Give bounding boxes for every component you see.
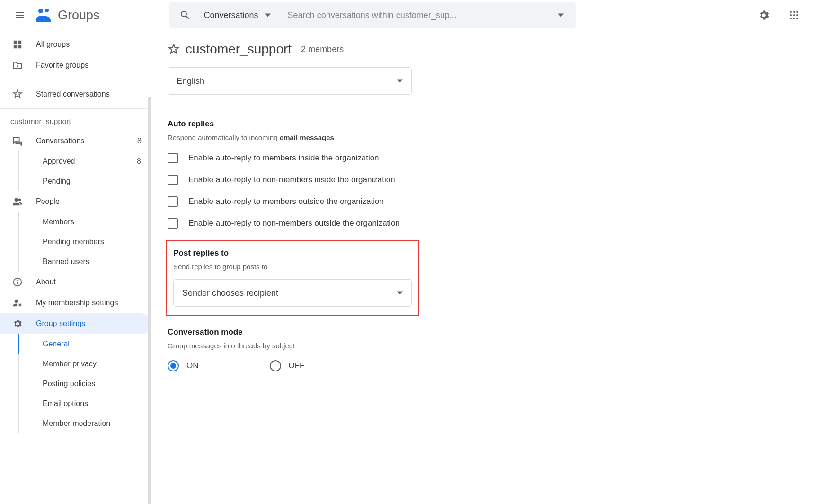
groups-logo-icon (34, 6, 53, 25)
sidebar-label: People (36, 197, 151, 206)
auto-reply-option-row[interactable]: Enable auto-reply to non-members inside … (168, 175, 795, 185)
sidebar-label: Member moderation (43, 419, 151, 428)
sidebar: All groups Favorite groups Starred conve… (0, 30, 151, 504)
auto-reply-option-row[interactable]: Enable auto-reply to non-members outside… (168, 218, 795, 229)
svg-point-15 (17, 280, 18, 281)
sidebar-label: About (36, 278, 151, 286)
sidebar-item-pending[interactable]: Pending (0, 171, 151, 191)
post-replies-select-value: Sender chooses recipient (182, 288, 278, 298)
svg-point-2 (790, 11, 792, 13)
conversation-mode-off-radio[interactable]: OFF (270, 360, 305, 371)
sidebar-label: Posting policies (43, 380, 151, 388)
search-bar[interactable]: Conversations (169, 2, 576, 28)
post-replies-subtitle: Send replies to group posts to (173, 263, 412, 271)
main-content: customer_support 2 members English Auto … (151, 30, 814, 504)
sidebar-item-conversations[interactable]: Conversations 8 (0, 131, 151, 151)
info-icon (12, 277, 36, 287)
conversation-mode-on-radio[interactable]: ON (168, 360, 199, 371)
radio-label: ON (186, 361, 199, 371)
sidebar-label: Pending (43, 177, 151, 186)
sidebar-item-posting-policies[interactable]: Posting policies (0, 374, 151, 394)
sidebar-item-people[interactable]: People (0, 191, 151, 212)
svg-point-9 (793, 18, 795, 19)
app-logo[interactable]: Groups (34, 6, 100, 25)
sidebar-item-all-groups[interactable]: All groups (0, 34, 151, 55)
divider (0, 108, 151, 109)
apps-button[interactable] (783, 4, 805, 27)
checkbox-label: Enable auto-reply to members inside the … (188, 153, 379, 163)
svg-point-8 (790, 18, 792, 19)
svg-point-0 (38, 9, 43, 13)
search-options-dropdown[interactable] (551, 12, 570, 18)
people-icon (12, 196, 36, 207)
gear-icon (12, 318, 36, 329)
svg-point-10 (796, 18, 798, 19)
chevron-down-icon (397, 290, 403, 296)
sidebar-group-name: customer_support (0, 113, 151, 131)
svg-point-6 (793, 14, 795, 16)
star-group-button[interactable] (168, 43, 180, 55)
checkbox-label: Enable auto-reply to non-members outside… (188, 219, 400, 228)
sidebar-item-pending-members[interactable]: Pending members (0, 232, 151, 252)
sidebar-label: Favorite groups (36, 61, 151, 70)
sidebar-item-members[interactable]: Members (0, 212, 151, 232)
language-select[interactable]: English (168, 67, 412, 95)
divider (0, 80, 151, 80)
post-replies-select[interactable]: Sender chooses recipient (173, 279, 412, 307)
sidebar-label: Approved (43, 157, 137, 166)
conversation-mode-title: Conversation mode (168, 327, 795, 337)
sidebar-item-general[interactable]: General (0, 334, 151, 354)
sidebar-item-favorite-groups[interactable]: Favorite groups (0, 55, 151, 76)
svg-point-11 (15, 198, 18, 202)
sidebar-label: All groups (36, 40, 151, 49)
sidebar-item-member-moderation[interactable]: Member moderation (0, 414, 151, 433)
sidebar-item-approved[interactable]: Approved 8 (0, 151, 151, 171)
radio-button[interactable] (168, 360, 179, 371)
svg-point-4 (796, 11, 798, 13)
person-gear-icon (12, 298, 36, 308)
checkbox[interactable] (168, 153, 178, 163)
sidebar-scrollbar[interactable] (148, 97, 151, 504)
sidebar-item-banned-users[interactable]: Banned users (0, 252, 151, 272)
checkbox-label: Enable auto-reply to non-members inside … (188, 175, 395, 185)
search-input[interactable] (279, 10, 551, 20)
sidebar-label: Starred conversations (36, 90, 151, 98)
checkbox[interactable] (168, 218, 178, 229)
app-name: Groups (58, 8, 100, 23)
svg-point-5 (790, 14, 792, 16)
sidebar-label: Email options (43, 399, 151, 408)
post-replies-title: Post replies to (173, 248, 412, 258)
svg-point-1 (45, 9, 49, 12)
auto-replies-title: Auto replies (168, 119, 795, 129)
chevron-down-icon (397, 78, 403, 84)
search-icon[interactable] (175, 9, 195, 21)
checkbox[interactable] (168, 196, 178, 207)
members-count: 2 members (301, 44, 344, 54)
sidebar-item-member-privacy[interactable]: Member privacy (0, 354, 151, 374)
sidebar-label: Members (43, 218, 151, 226)
gear-icon (758, 9, 770, 21)
sidebar-label: Conversations (36, 137, 137, 145)
sidebar-item-group-settings[interactable]: Group settings (0, 313, 151, 334)
language-select-value: English (177, 76, 204, 86)
search-scope-dropdown[interactable]: Conversations (195, 10, 279, 20)
sidebar-item-about[interactable]: About (0, 272, 151, 292)
sidebar-label: Banned users (43, 257, 151, 266)
auto-reply-option-row[interactable]: Enable auto-reply to members inside the … (168, 153, 795, 163)
chevron-down-icon (265, 12, 271, 18)
sidebar-item-email-options[interactable]: Email options (0, 394, 151, 414)
auto-reply-option-row[interactable]: Enable auto-reply to members outside the… (168, 196, 795, 207)
main-menu-button[interactable] (9, 4, 31, 27)
sidebar-label: My membership settings (36, 299, 151, 307)
checkbox[interactable] (168, 175, 178, 185)
sidebar-item-starred[interactable]: Starred conversations (0, 84, 151, 105)
sidebar-item-membership-settings[interactable]: My membership settings (0, 292, 151, 313)
conversation-mode-subtitle: Group messages into threads by subject (168, 342, 795, 350)
apps-grid-icon (788, 9, 800, 21)
checkbox-label: Enable auto-reply to members outside the… (188, 197, 384, 206)
group-title: customer_support (186, 42, 292, 57)
sidebar-label: Member privacy (43, 360, 151, 368)
sidebar-label: Pending members (43, 238, 151, 246)
settings-button[interactable] (752, 4, 775, 27)
radio-button[interactable] (270, 360, 281, 371)
